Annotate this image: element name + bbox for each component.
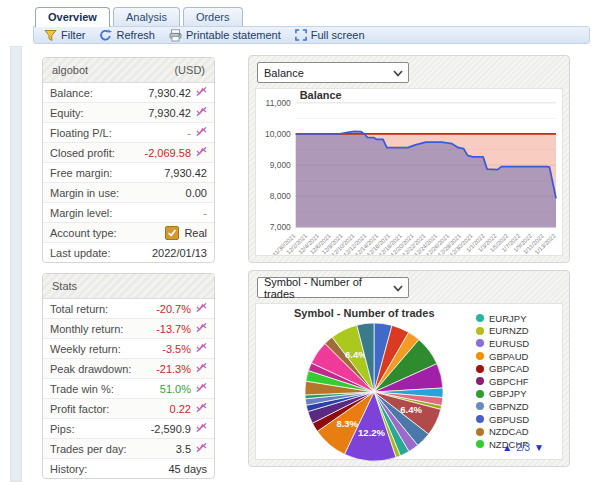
tab-orders[interactable]: Orders <box>183 7 243 26</box>
legend-item: GBPAUD <box>476 350 558 363</box>
legend-label: EURUSD <box>489 338 529 349</box>
mini-chart-icon[interactable] <box>196 322 207 335</box>
pie-chart-panel: Symbol - Number of trades Symbol - Numbe… <box>248 270 570 467</box>
stats-row-label: Trades per day: <box>50 443 127 455</box>
stats-row: Profit factor:0.22 <box>43 399 214 419</box>
stats-row-value-group: -21.3% <box>156 362 207 375</box>
account-row: Margin level:- <box>43 203 214 223</box>
account-row: Last update:2022/01/13 <box>43 243 214 262</box>
stats-row-value: 51.0% <box>160 383 191 395</box>
stats-row-value: -13.7% <box>156 323 191 335</box>
balance-chart-panel: Balance 7,0008,0009,00010,00011,00011/30… <box>248 55 570 263</box>
stats-row-value-group: -20.7% <box>156 302 207 315</box>
refresh-button[interactable]: Refresh <box>99 29 155 42</box>
stats-row-label: Pips: <box>50 423 74 435</box>
printable-statement-button[interactable]: Printable statement <box>169 29 281 42</box>
account-row-value-group: 7,930.42 <box>164 167 207 179</box>
stats-row-value: -20.7% <box>156 303 191 315</box>
tab-overview[interactable]: Overview <box>35 7 110 27</box>
stats-row: Trades per day:3.5 <box>43 439 214 459</box>
stats-row-value-group: 45 days <box>168 463 207 475</box>
stats-row-value: 3.5 <box>176 443 191 455</box>
legend-item: GBPCHF <box>476 375 558 388</box>
legend-page-up-icon[interactable]: ▲ <box>502 442 512 453</box>
stats-row: Trade win %:51.0% <box>43 379 214 399</box>
account-row-value: 7,930.42 <box>148 87 191 99</box>
account-row: Balance:7,930.42 <box>43 83 214 103</box>
account-row-value-group: - <box>203 207 207 219</box>
legend-item: EURNZD <box>476 325 558 338</box>
stats-panel: Stats Total return:-20.7%Monthly return:… <box>42 273 215 479</box>
balance-chart-select[interactable]: Balance <box>257 62 409 83</box>
printable-statement-label: Printable statement <box>186 29 281 41</box>
legend-label: GBPNZD <box>489 401 529 412</box>
account-panel-header: algobot (USD) <box>43 58 214 83</box>
account-row-value-group: 2022/01/13 <box>152 247 207 259</box>
legend-item: GBPJPY <box>476 388 558 401</box>
svg-text:7,000: 7,000 <box>270 222 291 232</box>
filter-button[interactable]: Filter <box>44 29 85 42</box>
pie-chart-select[interactable]: Symbol - Number of trades <box>257 277 409 298</box>
legend-item: GBPCAD <box>476 362 558 375</box>
stats-row-label: History: <box>50 463 87 475</box>
mini-chart-icon[interactable] <box>196 402 207 415</box>
svg-text:6.4%: 6.4% <box>400 404 422 415</box>
legend-dot <box>476 314 484 322</box>
stats-row: Peak drawdown:-21.3% <box>43 359 214 379</box>
legend-label: GBPCAD <box>489 363 529 374</box>
mini-chart-icon[interactable] <box>196 126 207 139</box>
account-row-value: 7,930.42 <box>148 107 191 119</box>
account-row-value-group: -2,069.58 <box>145 146 207 159</box>
stats-row-value-group: 3.5 <box>176 442 207 455</box>
legend-label: GBPAUD <box>489 351 528 362</box>
legend-dot <box>476 365 484 373</box>
stats-row-label: Trade win %: <box>50 383 114 395</box>
stats-row: Monthly return:-13.7% <box>43 319 214 339</box>
pie-chart-select-value: Symbol - Number of trades <box>264 276 393 300</box>
fullscreen-button[interactable]: Full screen <box>295 29 365 41</box>
legend-item: EURUSD <box>476 337 558 350</box>
legend-item: GBPNZD <box>476 400 558 413</box>
stats-row-value-group: -3.5% <box>162 342 207 355</box>
account-currency: (USD) <box>174 58 205 82</box>
account-row-label: Margin in use: <box>50 187 119 199</box>
account-row-label: Balance: <box>50 87 93 99</box>
legend-page-down-icon[interactable]: ▼ <box>534 442 544 453</box>
account-row-label: Free margin: <box>50 167 112 179</box>
stats-title: Stats <box>52 274 77 298</box>
mini-chart-icon[interactable] <box>196 382 207 395</box>
printer-icon <box>169 29 182 42</box>
mini-chart-icon[interactable] <box>196 422 207 435</box>
chevron-down-icon <box>393 67 403 79</box>
legend-dot <box>476 339 484 347</box>
stats-row: Total return:-20.7% <box>43 299 214 319</box>
mini-chart-icon[interactable] <box>196 106 207 119</box>
mini-chart-icon[interactable] <box>196 302 207 315</box>
stats-row-value: -3.5% <box>162 343 191 355</box>
fullscreen-icon <box>295 29 307 41</box>
mini-chart-icon[interactable] <box>196 362 207 375</box>
account-row: Account type:Real <box>43 223 214 243</box>
account-row-value: 7,930.42 <box>164 167 207 179</box>
mini-chart-icon[interactable] <box>196 86 207 99</box>
svg-text:9,000: 9,000 <box>270 160 291 170</box>
account-row-value: - <box>187 127 191 139</box>
stats-panel-header: Stats <box>43 274 214 299</box>
svg-text:8,000: 8,000 <box>270 191 291 201</box>
stats-row-value-group: 0.22 <box>170 402 207 415</box>
fullscreen-label: Full screen <box>311 29 365 41</box>
legend-label: NZDCAD <box>489 426 529 437</box>
tab-analysis[interactable]: Analysis <box>113 7 180 26</box>
legend-pager: ▲ 2/3 ▼ <box>502 442 544 453</box>
account-type-checkbox[interactable] <box>165 226 179 240</box>
mini-chart-icon[interactable] <box>196 146 207 159</box>
tab-bar: Overview Analysis Orders <box>35 7 243 26</box>
mini-chart-icon[interactable] <box>196 342 207 355</box>
mini-chart-icon[interactable] <box>196 442 207 455</box>
account-row-value: - <box>203 207 207 219</box>
stats-row: History:45 days <box>43 459 214 478</box>
refresh-label: Refresh <box>116 29 155 41</box>
legend-label: EURNZD <box>489 325 529 336</box>
left-gutter-strip <box>10 46 22 482</box>
account-row-value-group: Real <box>165 226 207 240</box>
